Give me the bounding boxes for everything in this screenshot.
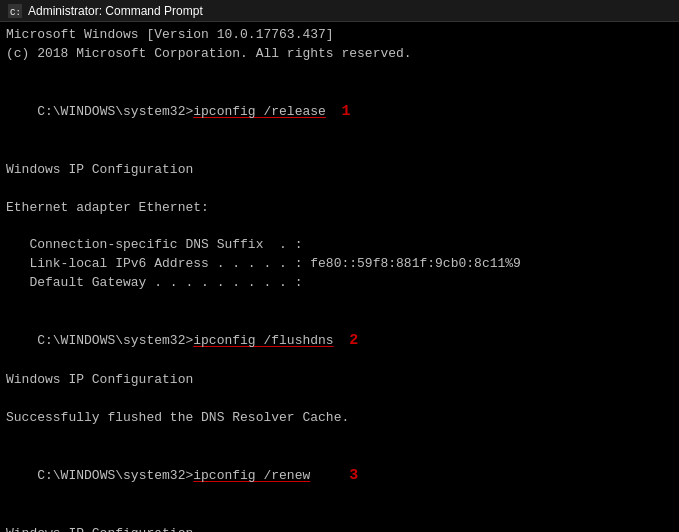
cmd-icon: C:: [8, 4, 22, 18]
line-blank-2: [6, 180, 673, 199]
line-command-1: C:\WINDOWS\system32>ipconfig /release 1: [6, 83, 673, 142]
line-blank-6: [6, 428, 673, 447]
line-ipv6-1: Link-local IPv6 Address . . . . . : fe80…: [6, 255, 673, 274]
line-blank-7: [6, 506, 673, 525]
line-blank-4: [6, 293, 673, 312]
line-ethernet-1: Ethernet adapter Ethernet:: [6, 199, 673, 218]
line-blank-3: [6, 217, 673, 236]
line-dns-1: Connection-specific DNS Suffix . :: [6, 236, 673, 255]
title-bar: C: Administrator: Command Prompt: [0, 0, 679, 22]
line-winip-3: Windows IP Configuration: [6, 525, 673, 532]
cmd-3: ipconfig /renew: [193, 468, 310, 483]
line-3: [6, 64, 673, 83]
line-2: (c) 2018 Microsoft Corporation. All righ…: [6, 45, 673, 64]
line-gateway-1: Default Gateway . . . . . . . . . :: [6, 274, 673, 293]
cmd-1: ipconfig /release: [193, 104, 326, 119]
line-command-2: C:\WINDOWS\system32>ipconfig /flushdns 2: [6, 312, 673, 371]
line-blank-5: [6, 390, 673, 409]
title-bar-text: Administrator: Command Prompt: [28, 4, 203, 18]
line-flush: Successfully flushed the DNS Resolver Ca…: [6, 409, 673, 428]
num-1: 1: [341, 103, 350, 120]
line-command-3: C:\WINDOWS\system32>ipconfig /renew 3: [6, 446, 673, 505]
num-2: 2: [349, 332, 358, 349]
prompt-2: C:\WINDOWS\system32>: [37, 333, 193, 348]
line-winip-2: Windows IP Configuration: [6, 371, 673, 390]
num-3: 3: [349, 467, 358, 484]
line-1: Microsoft Windows [Version 10.0.17763.43…: [6, 26, 673, 45]
console: Microsoft Windows [Version 10.0.17763.43…: [0, 22, 679, 532]
line-blank-1: [6, 142, 673, 161]
prompt-3: C:\WINDOWS\system32>: [37, 468, 193, 483]
svg-text:C:: C:: [10, 8, 21, 18]
line-winip-1: Windows IP Configuration: [6, 161, 673, 180]
cmd-2: ipconfig /flushdns: [193, 333, 333, 348]
prompt-1: C:\WINDOWS\system32>: [37, 104, 193, 119]
